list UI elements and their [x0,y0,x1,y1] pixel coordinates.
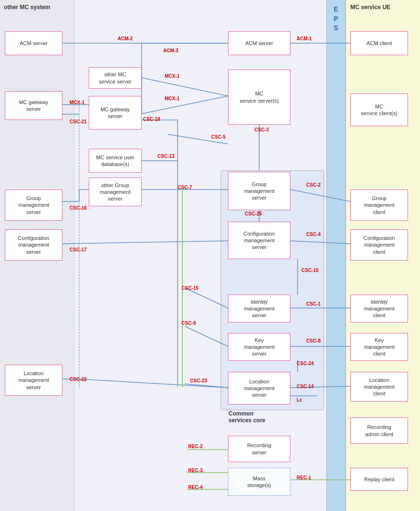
mass-storage: Massstorage(s) [228,468,290,496]
label-rec4: REC-4 [188,485,203,490]
label-lc: Lc [297,397,302,403]
label-mcx1-c: MCX-1 [165,96,180,101]
label-csc22: CSC-22 [70,377,87,382]
label-csc10: CSC-10 [301,268,319,273]
label-acm1: ACM-1 [297,36,312,41]
common-services-title: Commonservices core [228,410,265,424]
other-mc-service-server: other MCservice server [89,67,142,89]
other-group-management-server: other Groupmanagementserver [89,178,142,206]
mc-service-user-database: MC service userdatabase(s) [89,149,142,173]
key-management-client: Keymanagementclient [350,333,408,361]
location-management-client: Locationmanagementclient [350,372,408,402]
group-management-server-mid: Groupmanagementserver [228,172,290,210]
label-rec1: REC-1 [297,475,311,480]
label-acm3: ACM-3 [163,48,179,53]
label-csc13: CSC-13 [157,154,175,159]
key-management-server: Keymanagementserver [228,333,290,361]
label-csc23: CSC-23 [190,378,207,383]
acm-server-left: ACM server [5,31,62,55]
label-csc7: CSC-7 [178,185,192,190]
left-region-title: other MC system [4,4,50,11]
configuration-management-server-left: Configurationmanagementserver [5,229,62,261]
group-management-server-left: Groupmanagementserver [5,190,62,221]
mc-gateway-server-left: MC gatewayserver [5,91,62,120]
label-csc14: CSC-14 [297,384,314,389]
replay-client: Replay client [350,468,408,491]
label-csc2: CSC-2 [306,182,321,188]
label-csc9: CSC-9 [181,321,196,326]
mc-service-clients: MCservice client(s) [350,94,408,126]
recording-server: Recordingserver [228,436,290,462]
region-eps [326,0,346,511]
identity-management-client: Identitymanagementclient [350,295,408,322]
location-management-server-left: Locationmanagementserver [5,365,62,396]
diagram-container: other MC system EPS MC service UE Common… [0,0,420,511]
label-csc5: CSC-5 [211,134,226,140]
label-mcx1-b: MCX-1 [70,100,84,105]
location-management-server-mid: Locationmanagementserver [228,372,290,404]
right-region-title: MC service UE [350,4,390,11]
label-csc1: CSC-1 [306,301,321,307]
label-csc25: CSC-25 [245,211,262,216]
configuration-management-client: Configurationmanagementclient [350,229,408,261]
acm-client: ACM client [350,31,408,55]
label-csc4: CSC-4 [306,232,321,237]
configuration-management-server-mid: Configurationmanagementserver [228,222,290,259]
label-mcx1-a: MCX-1 [165,73,180,79]
identity-management-server: Identitymanagementserver [228,295,290,322]
recording-admin-client: Recordingadmin client [350,417,408,444]
label-csc15: CSC-15 [181,285,199,291]
label-csc8: CSC-8 [306,338,321,344]
mc-service-servers: MCservice server(s) [228,70,290,125]
mc-gateway-server-mid: MC gatewayserver [89,96,142,130]
eps-title: EPS [327,5,345,33]
label-csc3: CSC-3 [254,127,269,132]
label-csc16: CSC-16 [70,205,87,211]
group-management-client: Groupmanagementclient [350,190,408,221]
label-acm2: ACM-2 [118,36,133,41]
acm-server-mid: ACM server [228,31,290,55]
label-csc21: CSC-21 [70,119,87,124]
label-csc24: CSC-24 [297,361,314,366]
label-csc19: CSC-19 [143,117,160,122]
label-rec3: REC-3 [188,468,203,473]
label-csc17: CSC-17 [70,247,87,252]
label-rec2: REC-2 [188,444,203,449]
